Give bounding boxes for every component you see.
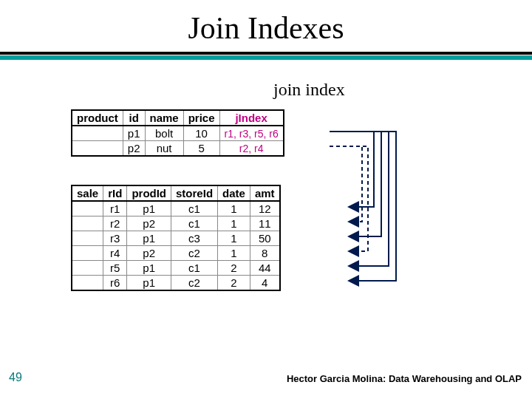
table-row: r6p1c224 [72, 276, 280, 291]
col-storeid: storeId [171, 185, 218, 201]
col-id: id [123, 110, 145, 126]
col-prodid: prodId [127, 185, 171, 201]
product-table: product id name price jIndex p1 bolt 10 … [71, 109, 284, 157]
slide-number: 49 [9, 371, 22, 384]
col-jindex: jIndex [219, 110, 284, 126]
slide-footer: Hector Garcia Molina: Data Warehousing a… [287, 373, 522, 384]
table-row: r1p1c1112 [72, 201, 280, 216]
col-rid: rId [103, 185, 127, 201]
table-row: p2 nut 5 r2, r4 [72, 141, 284, 157]
col-sale: sale [72, 185, 103, 201]
slide-title: Join Indexes [0, 10, 532, 46]
table-row: r2p2c1111 [72, 216, 280, 231]
join-index-label: join index [273, 80, 345, 100]
table-header-row: product id name price jIndex [72, 110, 284, 126]
col-name: name [145, 110, 183, 126]
table-row: r5p1c1244 [72, 261, 280, 276]
table-header-row: sale rId prodId storeId date amt [72, 185, 280, 201]
col-product: product [72, 110, 123, 126]
title-rule [0, 52, 532, 60]
col-price: price [183, 110, 219, 126]
table-row: p1 bolt 10 r1, r3, r5, r6 [72, 126, 284, 141]
table-row: r4p2c218 [72, 246, 280, 261]
col-amt: amt [250, 185, 279, 201]
sale-table: sale rId prodId storeId date amt r1p1c11… [71, 185, 281, 291]
col-date: date [218, 185, 250, 201]
table-row: r3p1c3150 [72, 231, 280, 246]
